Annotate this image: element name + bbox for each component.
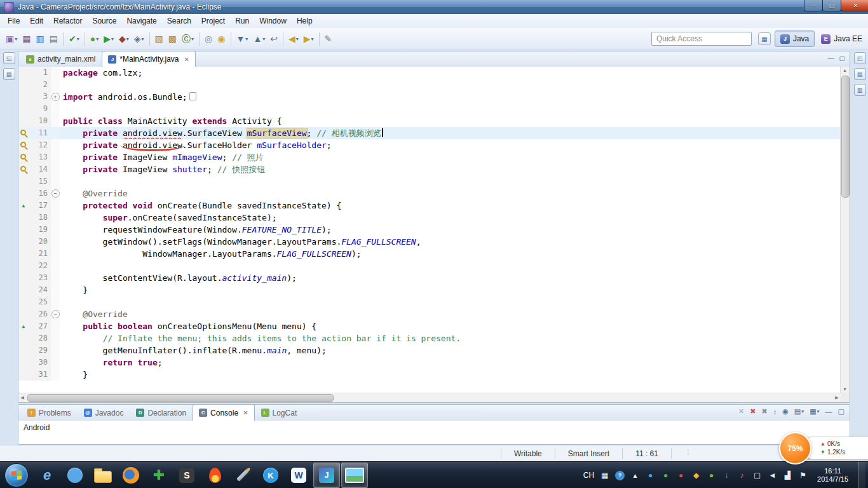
dropdown-arrow-icon[interactable]: ▾ [111, 36, 114, 42]
menu-item-search[interactable]: Search [162, 15, 196, 27]
minimize-editor-icon[interactable]: — [828, 55, 834, 62]
action-center-icon[interactable]: ⚑ [798, 471, 808, 480]
code-text[interactable]: setContentView(R.layout.activity_main); [60, 272, 841, 284]
code-text[interactable]: WindowManager.LayoutParams.FLAG_FULLSCRE… [60, 248, 841, 260]
menu-item-navigate[interactable]: Navigate [121, 15, 161, 27]
code-text[interactable]: // Inflate the menu; this adds items to … [60, 332, 841, 344]
taskbar-clock[interactable]: 16:11 2014/7/15 [817, 467, 848, 484]
photo-viewer-taskbar-button[interactable] [341, 463, 368, 488]
code-text[interactable]: private ImageView shutter; // 快照按钮 [60, 163, 841, 175]
open-console-button[interactable]: ▦▾ [810, 407, 819, 416]
code-text[interactable]: protected void onCreate(Bundle savedInst… [60, 200, 841, 212]
menu-item-refactor[interactable]: Refactor [48, 15, 87, 27]
menu-item-project[interactable]: Project [196, 15, 230, 27]
save-all-button[interactable]: ▥ [34, 31, 46, 46]
console-tab-declaration[interactable]: DDeclaration [130, 404, 193, 421]
dropdown-arrow-icon[interactable]: ▾ [96, 36, 98, 42]
search-button[interactable]: ◉ [215, 31, 227, 46]
shield-icon[interactable]: ◆ [691, 471, 701, 480]
maximize-window-button[interactable]: ▢ [822, 0, 841, 11]
scroll-left-icon[interactable]: ◀ [18, 393, 26, 402]
save-button[interactable]: ▦ [20, 31, 32, 46]
title-bar[interactable]: Java - CameraProject/src/com/lzx/MainAct… [0, 0, 868, 14]
folded-code-icon[interactable] [189, 92, 196, 100]
build-all-button[interactable]: ✔▾ [67, 31, 81, 46]
coverage-button[interactable]: ◆▾ [117, 31, 131, 46]
ie-taskbar-button[interactable]: e [34, 463, 60, 488]
package-explorer-icon[interactable]: ▤ [3, 68, 15, 80]
code-text[interactable]: public class MainActivity extends Activi… [60, 115, 841, 127]
restore-views-icon[interactable]: ◰ [854, 52, 866, 64]
sogou-taskbar-button[interactable]: S [173, 463, 200, 488]
print-button[interactable]: ▤ [48, 31, 60, 46]
editor-tab[interactable]: J*MainActivity.java✕ [102, 51, 196, 67]
display-icon[interactable]: ▢ [752, 471, 762, 480]
qq-icon[interactable]: ● [646, 471, 655, 480]
code-text[interactable] [60, 296, 841, 308]
explorer-taskbar-button[interactable] [90, 463, 116, 488]
code-text[interactable]: private android.view.SurfaceView mSurfac… [60, 127, 841, 139]
console-output[interactable]: Android [18, 421, 850, 444]
scroll-lock-button[interactable]: ↕ [773, 408, 777, 416]
word-taskbar-button[interactable]: W [285, 463, 312, 488]
firefox-taskbar-button[interactable] [118, 463, 144, 488]
dropdown-arrow-icon[interactable]: ▾ [77, 36, 79, 42]
close-view-icon[interactable]: ✕ [243, 409, 248, 416]
run-button[interactable]: ▶▾ [102, 31, 116, 46]
wechat-icon[interactable]: ● [661, 471, 670, 480]
open-task-button[interactable]: ◎ [203, 31, 214, 46]
dropdown-arrow-icon[interactable]: ▾ [191, 36, 194, 42]
show-desktop-button[interactable] [858, 462, 865, 488]
security-icon[interactable]: ● [676, 471, 686, 480]
back-button[interactable]: ◀▾ [287, 31, 301, 46]
new-wizard-button[interactable]: ▣▾ [4, 31, 19, 46]
horizontal-scroll-thumb[interactable] [27, 394, 334, 402]
dropdown-arrow-icon[interactable]: ▾ [817, 409, 820, 414]
code-text[interactable]: getWindow().setFlags(WindowManager.Layou… [60, 236, 841, 248]
dropdown-arrow-icon[interactable]: ▾ [296, 36, 299, 42]
console-tab-javadoc[interactable]: @Javadoc [78, 404, 130, 421]
dropdown-arrow-icon[interactable]: ▾ [15, 36, 17, 42]
code-text[interactable] [60, 175, 841, 187]
code-text[interactable]: @Override [60, 187, 841, 200]
dropdown-arrow-icon[interactable]: ▾ [801, 409, 804, 414]
help-icon[interactable]: ? [615, 471, 625, 480]
code-area[interactable]: 1package com.lzx;23+import android.os.Bu… [18, 67, 841, 393]
kugou-taskbar-button[interactable]: K [257, 463, 284, 488]
fold-minus-icon[interactable]: − [51, 189, 60, 198]
restore-view-icon[interactable]: ◱ [3, 52, 15, 64]
new-java-project-button[interactable]: ▧ [153, 31, 165, 46]
horizontal-scrollbar[interactable]: ◀ ▶ [18, 393, 841, 402]
close-window-button[interactable]: ✕ [841, 0, 868, 11]
fold-plus-icon[interactable]: + [51, 93, 60, 101]
minimize-window-button[interactable]: — [804, 0, 823, 11]
display-console-button[interactable]: ▤▾ [794, 407, 804, 416]
music-icon[interactable]: ♪ [737, 471, 747, 480]
code-text[interactable] [60, 260, 841, 272]
fold-minus-icon[interactable]: − [51, 310, 60, 318]
minimize-view-button[interactable]: — [825, 408, 832, 416]
dropdown-arrow-icon[interactable]: ▾ [311, 36, 314, 42]
console-tab-logcat[interactable]: LLogCat [255, 404, 304, 421]
code-text[interactable]: private ImageView mImageView; // 照片 [60, 151, 841, 163]
java-perspective-button[interactable]: J Java [775, 30, 815, 47]
scroll-down-icon[interactable]: ▼ [841, 386, 849, 393]
clear-console-button[interactable]: ✕ [738, 407, 744, 416]
leaf-icon[interactable]: ● [707, 471, 716, 480]
vertical-scroll-thumb[interactable] [841, 76, 850, 198]
next-annotation-button[interactable]: ▼▾ [234, 31, 250, 46]
memory-percent-bubble[interactable]: 75% [779, 432, 811, 464]
browser-taskbar-button[interactable] [62, 463, 88, 488]
code-text[interactable]: getMenuInflater().inflate(R.menu.main, m… [60, 344, 841, 356]
code-text[interactable] [60, 79, 841, 91]
debug-button[interactable]: ●▾ [88, 31, 100, 46]
maximize-view-button[interactable]: ▢ [838, 407, 844, 416]
code-text[interactable]: import android.os.Bundle; [60, 91, 841, 103]
forward-button[interactable]: ▶▾ [302, 31, 316, 46]
dropdown-arrow-icon[interactable]: ▾ [126, 36, 129, 42]
network-icon[interactable]: ▟ [783, 471, 792, 480]
external-tools-button[interactable]: ◈▾ [132, 31, 146, 46]
eclipse-javaee-taskbar-button[interactable]: J [313, 463, 340, 488]
task-list-icon[interactable]: ▥ [854, 84, 866, 96]
vertical-scrollbar[interactable]: ▲ ▼ [840, 67, 850, 393]
